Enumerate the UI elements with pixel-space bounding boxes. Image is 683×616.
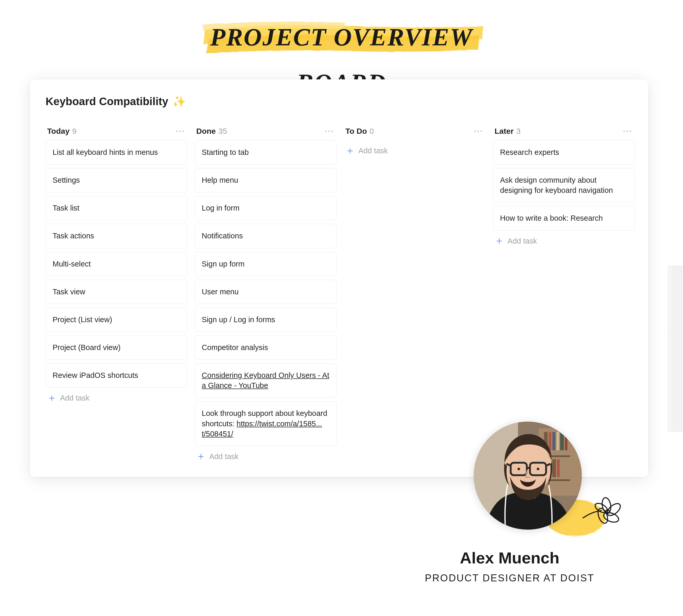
svg-point-3 bbox=[325, 130, 326, 132]
add-task-button[interactable]: Add task bbox=[344, 140, 486, 161]
column-header: To Do0 bbox=[344, 124, 486, 140]
add-task-label: Add task bbox=[508, 237, 537, 245]
project-title-text: Keyboard Compatibility bbox=[46, 95, 168, 108]
svg-rect-26 bbox=[552, 459, 556, 477]
add-task-button[interactable]: Add task bbox=[493, 230, 635, 252]
svg-rect-13 bbox=[671, 265, 683, 432]
column-header: Today9 bbox=[46, 124, 188, 140]
task-card[interactable]: How to write a book: Research bbox=[493, 206, 635, 230]
board-card: Keyboard Compatibility ✨ Today9List all … bbox=[30, 80, 648, 477]
svg-point-38 bbox=[602, 511, 620, 524]
page-header: PROJECT OVERVIEW BOARD bbox=[194, 14, 489, 60]
column-name: Today bbox=[47, 127, 69, 136]
svg-point-2 bbox=[182, 130, 183, 132]
task-card[interactable]: Sign up form bbox=[195, 252, 336, 276]
task-card[interactable]: User menu bbox=[195, 280, 336, 304]
svg-point-6 bbox=[474, 130, 476, 132]
column-more-icon[interactable] bbox=[472, 129, 484, 133]
task-card[interactable]: Multi-select bbox=[46, 252, 188, 276]
task-list: Research expertsAsk design community abo… bbox=[493, 140, 635, 230]
svg-point-10 bbox=[626, 130, 628, 132]
svg-rect-21 bbox=[560, 432, 564, 450]
author-role: Product Designer at Doist bbox=[379, 573, 640, 584]
svg-point-39 bbox=[596, 507, 610, 524]
task-card[interactable]: Task view bbox=[46, 280, 188, 304]
task-card[interactable]: Review iPadOS shortcuts bbox=[46, 363, 188, 388]
column-name: To Do bbox=[346, 127, 367, 136]
svg-rect-18 bbox=[549, 432, 551, 450]
svg-point-9 bbox=[623, 130, 625, 132]
svg-point-7 bbox=[477, 130, 479, 132]
task-card[interactable]: Help menu bbox=[195, 168, 336, 192]
task-card[interactable]: Ask design community about designing for… bbox=[493, 168, 635, 202]
task-card[interactable]: Project (Board view) bbox=[46, 335, 188, 360]
column-count: 35 bbox=[218, 127, 227, 136]
svg-point-40 bbox=[593, 502, 609, 514]
task-card[interactable]: Task actions bbox=[46, 224, 188, 248]
task-card[interactable]: Project (List view) bbox=[46, 308, 188, 332]
svg-point-36 bbox=[601, 497, 612, 514]
column-more-icon[interactable] bbox=[174, 129, 186, 133]
svg-point-4 bbox=[328, 130, 330, 132]
svg-rect-22 bbox=[565, 432, 568, 450]
task-list: Starting to tabHelp menuLog in formNotif… bbox=[195, 140, 336, 446]
avatar-image bbox=[474, 422, 582, 530]
task-card[interactable]: List all keyboard hints in menus bbox=[46, 140, 188, 164]
svg-point-5 bbox=[331, 130, 333, 132]
flower-doodle-icon bbox=[580, 487, 625, 531]
task-card[interactable]: Considering Keyboard Only Users - At a G… bbox=[195, 363, 336, 398]
task-card[interactable]: Competitor analysis bbox=[195, 335, 336, 360]
svg-point-35 bbox=[537, 468, 539, 470]
column-name: Done bbox=[196, 127, 216, 136]
svg-rect-19 bbox=[552, 432, 555, 450]
project-title: Keyboard Compatibility ✨ bbox=[46, 95, 186, 108]
task-card[interactable]: Task list bbox=[46, 196, 188, 220]
plus-icon bbox=[48, 395, 56, 402]
task-card[interactable]: Look through support about keyboard shor… bbox=[195, 401, 336, 446]
svg-point-11 bbox=[630, 130, 631, 132]
task-card[interactable]: Sign up / Log in forms bbox=[195, 308, 336, 332]
add-task-label: Add task bbox=[209, 452, 239, 461]
svg-rect-12 bbox=[667, 265, 683, 432]
svg-point-37 bbox=[605, 501, 623, 518]
decorative-texture bbox=[657, 265, 683, 432]
task-card[interactable]: Settings bbox=[46, 168, 188, 192]
svg-point-0 bbox=[176, 130, 177, 132]
board-column: Done35Starting to tabHelp menuLog in for… bbox=[195, 124, 336, 477]
board-column: Today9List all keyboard hints in menusSe… bbox=[46, 124, 188, 477]
plus-icon bbox=[347, 147, 354, 155]
task-card[interactable]: Notifications bbox=[195, 224, 336, 248]
add-task-label: Add task bbox=[358, 147, 388, 155]
column-more-icon[interactable] bbox=[621, 129, 633, 133]
add-task-button[interactable]: Add task bbox=[46, 388, 188, 409]
plus-icon bbox=[495, 237, 503, 245]
add-task-label: Add task bbox=[60, 394, 90, 402]
svg-point-8 bbox=[481, 130, 482, 132]
task-card[interactable]: Starting to tab bbox=[195, 140, 336, 164]
column-header: Done35 bbox=[195, 124, 336, 140]
column-count: 9 bbox=[72, 127, 76, 136]
author-name: Alex Muench bbox=[379, 549, 640, 567]
svg-point-1 bbox=[179, 130, 180, 132]
svg-point-34 bbox=[517, 468, 520, 470]
task-card[interactable]: Research experts bbox=[493, 140, 635, 164]
avatar bbox=[474, 422, 582, 530]
column-name: Later bbox=[494, 127, 513, 136]
column-count: 3 bbox=[516, 127, 521, 136]
svg-rect-20 bbox=[556, 432, 559, 450]
svg-point-41 bbox=[606, 510, 609, 513]
add-task-button[interactable]: Add task bbox=[195, 446, 336, 467]
column-more-icon[interactable] bbox=[323, 129, 335, 133]
task-list: List all keyboard hints in menusSettings… bbox=[46, 140, 188, 388]
column-count: 0 bbox=[370, 127, 374, 136]
column-header: Later3 bbox=[493, 124, 635, 140]
sparkle-icon: ✨ bbox=[172, 95, 186, 108]
plus-icon bbox=[197, 453, 204, 460]
task-card[interactable]: Log in form bbox=[195, 196, 336, 220]
svg-rect-27 bbox=[557, 459, 559, 477]
